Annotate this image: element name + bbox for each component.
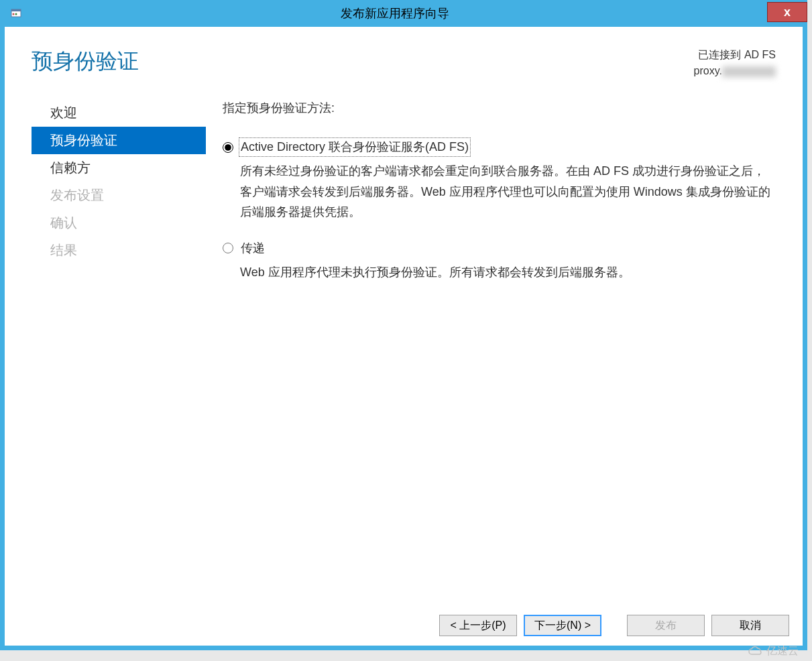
svg-point-2 (13, 13, 15, 15)
radio-passthrough-label: 传递 (239, 239, 267, 258)
watermark-text: 亿速云 (766, 644, 799, 658)
radio-passthrough-description: Web 应用程序代理未执行预身份验证。所有请求都会转发到后端服务器。 (240, 262, 772, 283)
radio-row-passthrough[interactable]: 传递 (223, 239, 772, 258)
close-icon: x (784, 5, 791, 19)
step-confirm: 确认 (32, 209, 206, 237)
connection-status: 已连接到 AD FS proxy. (694, 47, 776, 79)
step-preauth[interactable]: 预身份验证 (32, 127, 206, 154)
connection-line-2: proxy. (694, 63, 776, 79)
page-title: 预身份验证 (32, 47, 139, 76)
obscured-hostname (722, 66, 776, 77)
app-icon (10, 7, 22, 19)
step-result: 结果 (32, 237, 206, 264)
step-welcome[interactable]: 欢迎 (32, 99, 206, 127)
radio-option-passthrough: 传递 Web 应用程序代理未执行预身份验证。所有请求都会转发到后端服务器。 (223, 239, 772, 283)
svg-point-3 (15, 13, 17, 15)
radio-adfs-label: Active Directory 联合身份验证服务(AD FS) (239, 137, 471, 157)
close-button[interactable]: x (767, 2, 807, 22)
body-area: 欢迎 预身份验证 信赖方 发布设置 确认 结果 指定预身份验证方法: Activ… (5, 93, 803, 608)
titlebar: 发布新应用程序向导 x (5, 0, 803, 27)
next-button[interactable]: 下一步(N) > (524, 615, 601, 636)
step-publish-settings: 发布设置 (32, 182, 206, 209)
window-title: 发布新应用程序向导 (22, 5, 767, 21)
svg-rect-1 (11, 9, 21, 11)
header-area: 预身份验证 已连接到 AD FS proxy. (5, 27, 803, 93)
radio-option-adfs: Active Directory 联合身份验证服务(AD FS) 所有未经过身份… (223, 137, 772, 223)
radio-adfs-description: 所有未经过身份验证的客户端请求都会重定向到联合服务器。在由 AD FS 成功进行… (240, 161, 772, 223)
radio-adfs-input[interactable] (223, 142, 233, 153)
wizard-steps-sidebar: 欢迎 预身份验证 信赖方 发布设置 确认 结果 (32, 93, 206, 608)
instruction-label: 指定预身份验证方法: (223, 99, 772, 117)
wizard-window: 发布新应用程序向导 x 预身份验证 已连接到 AD FS proxy. 欢迎 预… (0, 0, 807, 650)
cancel-button[interactable]: 取消 (711, 615, 789, 636)
connection-line-1: 已连接到 AD FS (694, 47, 776, 63)
back-button[interactable]: < 上一步(P) (439, 615, 517, 636)
radio-passthrough-input[interactable] (223, 243, 233, 253)
step-relying-party[interactable]: 信赖方 (32, 154, 206, 182)
footer-buttons: < 上一步(P) 下一步(N) > 发布 取消 (5, 608, 803, 646)
publish-button: 发布 (627, 615, 705, 636)
watermark: 亿速云 (748, 644, 799, 658)
radio-row-adfs[interactable]: Active Directory 联合身份验证服务(AD FS) (223, 137, 772, 157)
cloud-icon (748, 646, 764, 658)
content-panel: 指定预身份验证方法: Active Directory 联合身份验证服务(AD … (206, 93, 796, 608)
